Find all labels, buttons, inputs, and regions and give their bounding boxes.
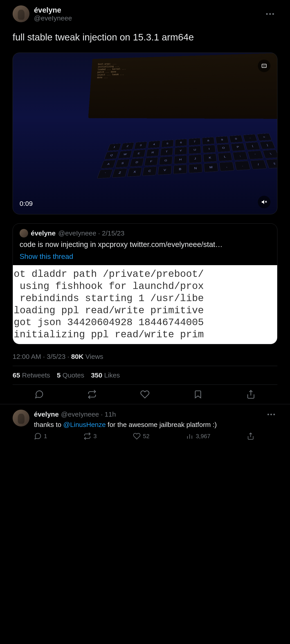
video-laptop-screen: boot-args: ...initializing ...loaded ...… <box>88 53 277 119</box>
reply-header: évelyne @eveIyneee · 11h ••• <box>34 410 277 419</box>
more-options-button[interactable]: ••• <box>264 8 277 20</box>
reply-tweet[interactable]: évelyne @eveIyneee · 11h ••• thanks to @… <box>0 404 290 445</box>
likes-stat[interactable]: 350 Likes <box>91 372 120 379</box>
quoted-avatar <box>20 229 28 238</box>
reply-share-button[interactable] <box>247 432 254 440</box>
user-names[interactable]: évelyne @eveIyneee <box>34 6 72 22</box>
reply-display-name: évelyne <box>34 410 59 418</box>
captions-button[interactable] <box>258 60 270 72</box>
video-time-label: 0:09 <box>20 200 33 208</box>
quoted-handle: @eveIyneee · 2/15/23 <box>58 230 124 237</box>
quoted-tweet[interactable]: évelyne @eveIyneee · 2/15/23 code is now… <box>13 223 277 344</box>
reply-views-button[interactable]: 3,967 <box>186 432 210 440</box>
svg-rect-0 <box>262 64 266 68</box>
views-label: Views <box>86 353 103 360</box>
reply-avatar[interactable] <box>13 410 30 426</box>
video-player[interactable]: boot-args: ...initializing ...loaded ...… <box>13 52 277 214</box>
mute-button[interactable] <box>258 196 270 208</box>
reply-count: 1 <box>44 433 47 440</box>
tweet-text: full stable tweak injection on 15.3.1 ar… <box>13 31 277 44</box>
reply-body: évelyne @eveIyneee · 11h ••• thanks to @… <box>34 410 277 440</box>
quoted-tweet-text: code is now injecting in xpcproxy twitte… <box>13 240 277 252</box>
tweet-header: évelyne @eveIyneee ••• <box>13 6 277 22</box>
action-bar <box>13 385 277 404</box>
mention-link[interactable]: @LinusHenze <box>63 421 106 428</box>
user-handle: @eveIyneee <box>34 14 72 22</box>
reply-more-button[interactable]: ••• <box>266 410 277 419</box>
show-thread-link[interactable]: Show this thread <box>13 252 277 265</box>
retweets-stat[interactable]: 65 Retweets <box>13 372 50 379</box>
quotes-stat[interactable]: 5 Quotes <box>57 372 84 379</box>
avatar[interactable] <box>13 6 30 22</box>
share-button[interactable] <box>246 390 255 399</box>
tweet-stats: 65 Retweets 5 Quotes 350 Likes <box>13 366 277 385</box>
reply-retweet-button[interactable]: 3 <box>84 432 97 440</box>
reply-handle: @eveIyneee · 11h <box>61 410 116 418</box>
retweet-button[interactable] <box>87 390 97 399</box>
quoted-tweet-header: évelyne @eveIyneee · 2/15/23 <box>13 224 277 240</box>
display-name: évelyne <box>34 6 72 14</box>
reply-reply-button[interactable]: 1 <box>34 432 47 440</box>
tweet-time: 12:00 AM <box>13 353 41 360</box>
reply-action-bar: 1 3 52 3,967 <box>34 432 254 440</box>
tweet-meta: 12:00 AM · 3/5/23 · 80K Views <box>13 351 277 366</box>
reply-text: thanks to @LinusHenze for the awesome ja… <box>34 420 277 430</box>
quoted-tweet-image: ot dladdr path /private/preboot/ using f… <box>13 265 277 344</box>
reply-like-button[interactable]: 52 <box>133 432 149 440</box>
like-button[interactable] <box>140 390 150 399</box>
main-tweet: évelyne @eveIyneee ••• full stable tweak… <box>0 0 290 404</box>
view-count: 3,967 <box>196 433 210 440</box>
like-count: 52 <box>143 433 149 440</box>
tweet-date: 3/5/23 <box>47 353 66 360</box>
retweet-count: 3 <box>93 433 97 440</box>
reply-button[interactable] <box>35 390 44 399</box>
video-laptop-keyboard: 1234567890-=qwertyuiop[]asdfghjkl;'\`zxc… <box>89 133 277 199</box>
quoted-display-name: évelyne <box>31 230 56 237</box>
views-count: 80K <box>71 353 84 360</box>
bookmark-button[interactable] <box>193 390 203 399</box>
